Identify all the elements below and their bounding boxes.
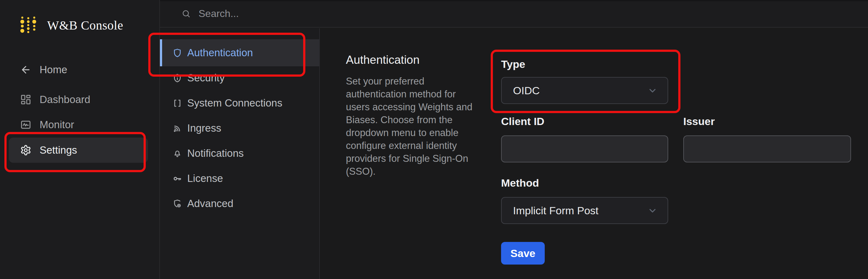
sidebar-item-monitor[interactable]: Monitor <box>0 112 159 137</box>
shield-gear-icon <box>173 199 182 209</box>
app-title: W&B Console <box>47 18 123 33</box>
settings-nav-label: Ingress <box>187 122 221 134</box>
settings-nav-item-authentication[interactable]: Authentication <box>160 39 319 66</box>
settings-nav-item-security[interactable]: Security <box>160 65 319 91</box>
antenna-icon <box>173 123 182 133</box>
gear-icon <box>20 145 31 156</box>
client-id-input[interactable] <box>501 135 668 162</box>
sidebar-item-dashboard[interactable]: Dashboard <box>0 87 159 112</box>
search-input[interactable]: Search... <box>182 0 313 27</box>
chevron-down-icon <box>648 86 657 95</box>
settings-nav-item-ingress[interactable]: Ingress <box>160 116 319 141</box>
sidebar-item-settings[interactable]: Settings <box>9 137 148 163</box>
wandb-dots-logo-icon <box>20 16 36 35</box>
issuer-input[interactable] <box>683 135 851 162</box>
page-title: Authentication <box>346 54 420 67</box>
sidebar-item-label: Home <box>39 64 67 76</box>
settings-nav: Authentication Security System Connectio… <box>160 28 320 279</box>
settings-nav-item-notifications[interactable]: Notifications <box>160 141 319 166</box>
settings-nav-label: License <box>187 173 223 184</box>
type-label: Type <box>501 58 525 70</box>
brackets-icon <box>173 98 182 108</box>
shield-info-icon <box>173 73 182 83</box>
settings-nav-label: Advanced <box>187 197 234 210</box>
settings-nav-item-system-connections[interactable]: System Connections <box>160 91 319 116</box>
top-header: Search... <box>160 0 868 28</box>
bell-icon <box>173 149 182 158</box>
save-button[interactable]: Save <box>501 242 545 265</box>
type-select-value: OIDC <box>513 85 540 97</box>
method-label: Method <box>501 177 539 189</box>
settings-nav-label: Security <box>187 72 225 84</box>
key-icon <box>173 174 182 184</box>
arrow-left-icon <box>20 64 31 75</box>
search-icon <box>182 9 191 18</box>
issuer-label: Issuer <box>683 115 715 128</box>
type-select[interactable]: OIDC <box>501 77 668 104</box>
wb-console-window: W&B Console Home Dashboard Monitor Setti <box>0 0 868 279</box>
monitor-icon <box>20 119 31 130</box>
settings-nav-label: System Connections <box>187 97 282 109</box>
method-select-value: Implicit Form Post <box>513 205 598 217</box>
brand-logo-row: W&B Console <box>20 16 123 35</box>
sidebar-item-label: Monitor <box>39 119 74 131</box>
settings-nav-item-advanced[interactable]: Advanced <box>160 191 319 216</box>
settings-nav-label: Notifications <box>187 147 244 159</box>
page-description: Set your preferred authentication method… <box>346 75 478 178</box>
shield-icon <box>173 48 182 58</box>
sidebar-item-label: Dashboard <box>39 94 90 105</box>
settings-nav-label: Authentication <box>187 47 253 59</box>
left-sidebar: W&B Console Home Dashboard Monitor Setti <box>0 0 160 279</box>
settings-nav-item-license[interactable]: License <box>160 166 319 191</box>
search-placeholder: Search... <box>198 8 239 20</box>
sidebar-item-home[interactable]: Home <box>0 57 159 82</box>
dashboard-icon <box>20 94 31 105</box>
method-select[interactable]: Implicit Form Post <box>501 197 668 224</box>
sidebar-item-label: Settings <box>39 144 77 156</box>
main-content: Authentication Set your preferred authen… <box>320 28 868 279</box>
client-id-label: Client ID <box>501 115 545 128</box>
chevron-down-icon <box>648 206 657 216</box>
